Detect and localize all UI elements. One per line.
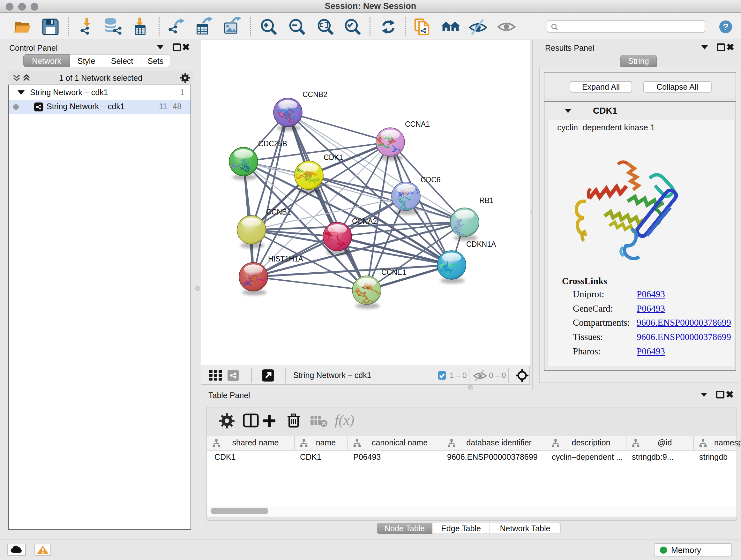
svg-text:CCNB2: CCNB2	[302, 90, 327, 99]
svg-text:HIST1H1A: HIST1H1A	[268, 255, 304, 263]
svg-text:CCNA2: CCNA2	[352, 217, 377, 226]
svg-text:CDK1: CDK1	[324, 153, 343, 162]
svg-text:CDC6: CDC6	[421, 176, 441, 184]
svg-text:CCNE1: CCNE1	[381, 268, 406, 276]
svg-text:CDC25B: CDC25B	[258, 139, 287, 148]
svg-text:CCNB1: CCNB1	[266, 208, 291, 216]
svg-text:CCNA1: CCNA1	[405, 120, 430, 128]
svg-text:RB1: RB1	[479, 196, 494, 205]
svg-text:CDKN1A: CDKN1A	[466, 240, 496, 248]
